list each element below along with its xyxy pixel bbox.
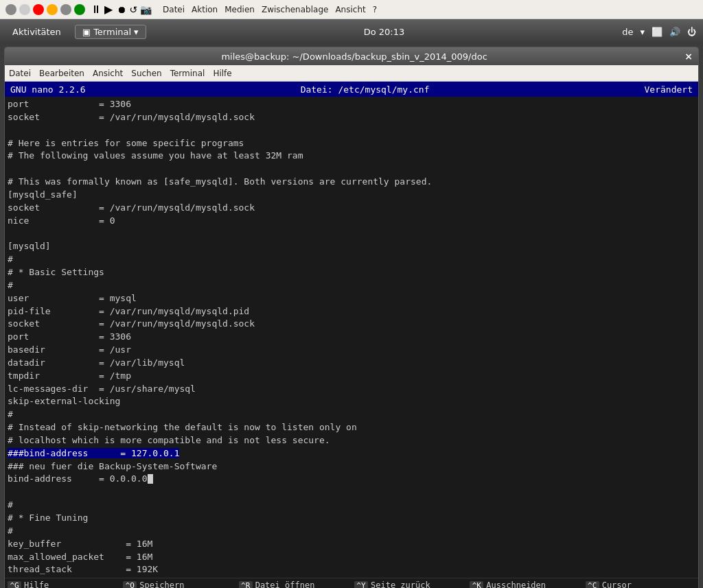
system-icon-3	[33, 4, 44, 15]
win-menu-hilfe[interactable]: Hilfe	[213, 69, 231, 78]
taskbar: Aktivitäten ▣ Terminal ▾ Do 20:13 de ▾ ⬜…	[0, 19, 703, 44]
window-titlebar: miles@backup: ~/Downloads/backup_sbin_v_…	[5, 47, 698, 65]
play-icon[interactable]: ⏸	[91, 3, 102, 16]
nano-version: GNU nano 2.2.6	[10, 84, 86, 95]
nano-modified: Verändert	[645, 84, 693, 95]
shortcut-item: ^C Cursor	[583, 578, 698, 588]
shortcut-item: ^G Hilfe	[5, 578, 120, 588]
taskbar-right: de ▾ ⬜ 🔊 ⏻	[622, 27, 696, 37]
shortcut-item: ^R Datei öffnen	[236, 578, 352, 588]
shortcut-item: ^O Speichern	[120, 578, 235, 588]
menu-medien[interactable]: Medien	[224, 5, 255, 14]
shortcut-key: ^K	[470, 581, 483, 588]
shortcut-key: ^C	[586, 581, 599, 588]
terminal-label: Terminal	[93, 27, 131, 37]
system-icon-2	[19, 4, 30, 15]
undo-icon[interactable]: ↺	[129, 4, 137, 15]
shortcut-key: ^Y	[354, 581, 368, 588]
terminal-window: miles@backup: ~/Downloads/backup_sbin_v_…	[4, 47, 699, 588]
shortcut-label: Seite zurück	[371, 580, 430, 588]
system-icon-1	[5, 4, 16, 15]
nano-filename: Datei: /etc/mysql/my.cnf	[301, 84, 430, 95]
taskbar-left: Aktivitäten ▣ Terminal ▾	[7, 25, 146, 39]
nano-statusbar: GNU nano 2.2.6 Datei: /etc/mysql/my.cnf …	[5, 82, 698, 97]
display-icon[interactable]: ⬜	[652, 27, 662, 37]
clock-time: Do 20:13	[364, 27, 405, 37]
power-icon[interactable]: ⏻	[687, 27, 696, 37]
camera-icon[interactable]: 📷	[140, 4, 152, 15]
terminal-taskbar-button[interactable]: ▣ Terminal ▾	[75, 25, 146, 39]
window-title: miles@backup: ~/Downloads/backup_sbin_v_…	[24, 51, 684, 62]
win-menu-suchen[interactable]: Suchen	[131, 69, 161, 78]
top-menu-bar: Datei Aktion Medien Zwischenablage Ansic…	[163, 5, 377, 14]
nano-shortcuts: ^G Hilfe ^O Speichern ^R Datei öffnen ^Y…	[5, 578, 698, 588]
record-icon[interactable]: ⏺	[117, 4, 126, 15]
shortcut-label: Ausschneiden	[486, 580, 546, 588]
menu-aktion[interactable]: Aktion	[192, 5, 218, 14]
menu-help[interactable]: ?	[373, 5, 377, 14]
shortcut-label: Datei öffnen	[255, 580, 315, 588]
shortcut-item: ^Y Seite zurück	[352, 578, 467, 588]
window-close-button[interactable]: ×	[684, 51, 693, 62]
win-menu-datei[interactable]: Datei	[9, 69, 31, 78]
locale-label[interactable]: de	[622, 27, 633, 37]
system-icon-6	[74, 4, 85, 15]
locale-dropdown-icon: ▾	[640, 27, 645, 37]
shortcut-key: ^O	[123, 581, 137, 588]
shortcut-item: ^K Ausschneiden	[467, 578, 582, 588]
shortcut-label: Cursor	[602, 580, 632, 588]
shortcut-key: ^G	[8, 581, 21, 588]
editor-content[interactable]: port = 3306 socket = /var/run/mysqld/mys…	[5, 97, 698, 578]
shortcut-key: ^R	[239, 581, 253, 588]
menu-zwischenablage[interactable]: Zwischenablage	[262, 5, 328, 14]
top-bar-icons: ⏸ ▶ ⏺ ↺ 📷	[5, 3, 152, 16]
top-system-bar: ⏸ ▶ ⏺ ↺ 📷 Datei Aktion Medien Zwischenab…	[0, 0, 703, 19]
menu-datei[interactable]: Datei	[163, 5, 185, 14]
shortcut-label: Speichern	[139, 580, 184, 588]
terminal-icon: ▣	[82, 27, 91, 37]
win-menu-bearbeiten[interactable]: Bearbeiten	[39, 69, 84, 78]
taskbar-clock: Do 20:13	[364, 27, 405, 37]
volume-icon[interactable]: 🔊	[669, 27, 680, 37]
window-menubar: Datei Bearbeiten Ansicht Suchen Terminal…	[5, 65, 698, 82]
win-menu-terminal[interactable]: Terminal	[170, 69, 205, 78]
aktivitaeten-button[interactable]: Aktivitäten	[7, 25, 67, 38]
system-icon-5	[60, 4, 71, 15]
menu-ansicht[interactable]: Ansicht	[335, 5, 365, 14]
next-icon[interactable]: ▶	[104, 3, 113, 16]
terminal-dropdown-icon: ▾	[134, 27, 139, 37]
win-menu-ansicht[interactable]: Ansicht	[93, 69, 123, 78]
system-icon-4	[47, 4, 58, 15]
shortcut-label: Hilfe	[24, 580, 49, 588]
